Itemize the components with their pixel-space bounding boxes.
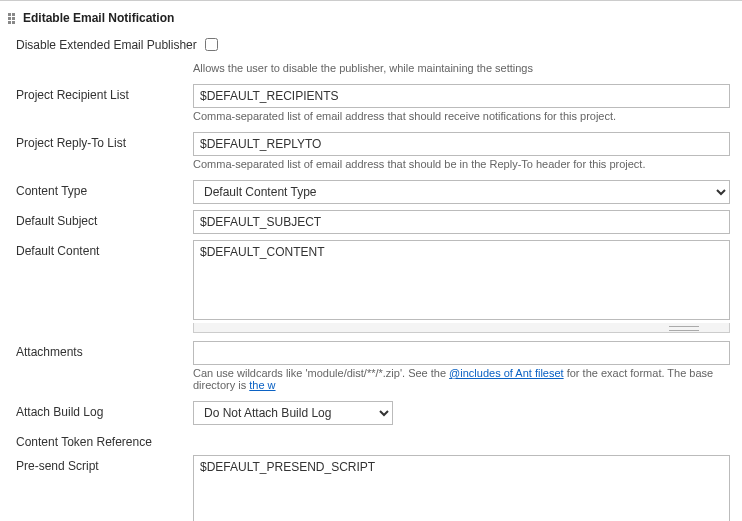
ant-fileset-link[interactable]: @includes of Ant fileset [449,367,564,379]
disable-publisher-row: Disable Extended Email Publisher [8,31,730,57]
recipient-list-input[interactable] [193,84,730,108]
replyto-list-label: Project Reply-To List [8,132,193,150]
attach-build-log-select[interactable]: Do Not Attach Build Log [193,401,393,425]
default-content-textarea[interactable] [193,240,730,320]
disable-publisher-label: Disable Extended Email Publisher [8,34,205,52]
disable-publisher-help-row: Allows the user to disable the publisher… [8,57,730,81]
content-type-label: Content Type [8,180,193,198]
disable-publisher-checkbox[interactable] [205,38,218,51]
recipient-list-help: Comma-separated list of email address th… [193,108,730,126]
replyto-list-help: Comma-separated list of email address th… [193,156,730,174]
attachments-label: Attachments [8,341,193,359]
workspace-link[interactable]: the w [249,379,275,391]
presend-script-textarea[interactable] [193,455,730,521]
default-subject-row: Default Subject [8,207,730,237]
content-token-ref-row: Content Token Reference [8,428,730,452]
drag-handle-icon[interactable] [8,13,18,23]
default-content-label: Default Content [8,240,193,258]
section-header: Editable Email Notification [8,9,730,31]
presend-script-label: Pre-send Script [8,455,193,473]
recipient-list-row: Project Recipient List Comma-separated l… [8,81,730,129]
disable-publisher-help: Allows the user to disable the publisher… [193,60,730,78]
default-content-row: Default Content [8,237,730,336]
default-subject-input[interactable] [193,210,730,234]
attachments-input[interactable] [193,341,730,365]
attachments-row: Attachments Can use wildcards like 'modu… [8,338,730,398]
section-title: Editable Email Notification [23,11,174,25]
replyto-list-input[interactable] [193,132,730,156]
attachments-help: Can use wildcards like 'module/dist/**/*… [193,365,730,395]
attachments-help-prefix: Can use wildcards like 'module/dist/**/*… [193,367,449,379]
recipient-list-label: Project Recipient List [8,84,193,102]
content-token-ref-label: Content Token Reference [8,431,193,449]
attach-build-log-row: Attach Build Log Do Not Attach Build Log [8,398,730,428]
content-type-row: Content Type Default Content Type [8,177,730,207]
presend-script-row: Pre-send Script [8,452,730,521]
content-type-select[interactable]: Default Content Type [193,180,730,204]
attach-build-log-label: Attach Build Log [8,401,193,419]
replyto-list-row: Project Reply-To List Comma-separated li… [8,129,730,177]
default-subject-label: Default Subject [8,210,193,228]
textarea-resize-grip[interactable] [193,323,730,333]
